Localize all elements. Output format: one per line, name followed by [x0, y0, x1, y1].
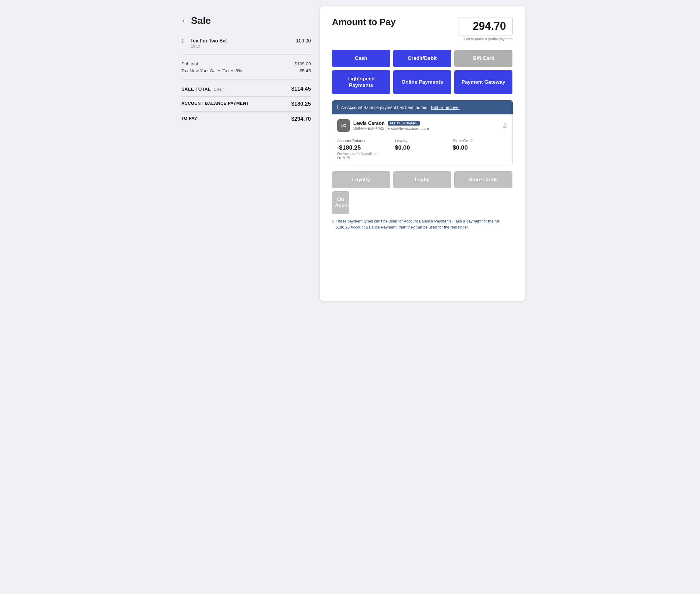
account-balance-value: $180.25: [291, 101, 311, 107]
warning-info-icon: ℹ: [332, 219, 334, 226]
amount-header: Amount to Pay 294.70 Edit to make a part…: [332, 17, 513, 41]
store-credit-fin-label: Store Credit: [453, 138, 508, 143]
customer-card: LC Lewis Carson ALL CUSTOMERS UNNAMED-P7…: [332, 114, 513, 165]
avatar: LC: [337, 119, 350, 132]
subtotal-label: Subtotal: [181, 61, 198, 66]
to-pay-value: $294.70: [291, 116, 311, 122]
line-item-price: 109.00: [296, 38, 311, 44]
loyalty-block: Loyalty $0.00: [395, 138, 450, 160]
store-credit-fin-value: $0.00: [453, 144, 508, 151]
info-icon: ℹ: [337, 104, 339, 110]
account-balance-section: ACCOUNT BALANCE PAYMENT $180.25: [181, 96, 311, 111]
right-panel: Amount to Pay 294.70 Edit to make a part…: [320, 6, 525, 301]
subtotal-value: $109.00: [295, 61, 311, 66]
amount-to-pay-label: Amount to Pay: [332, 17, 396, 27]
page-title: Sale: [191, 15, 211, 26]
sale-total-label: SALE TOTAL 1 item: [181, 87, 225, 92]
on-account-button[interactable]: On Account: [332, 191, 349, 214]
tax-value: $5.45: [300, 68, 311, 73]
amount-box: 294.70 Edit to make a partial payment: [459, 17, 513, 41]
warning-notice: ℹ These payment types can't be used for …: [332, 218, 513, 230]
sale-total-section: SALE TOTAL 1 item $114.45: [181, 81, 311, 96]
divider-1: [181, 55, 311, 55]
line-item-qty: 1: [181, 38, 187, 44]
account-balance-fin-label: Account Balance: [337, 138, 392, 143]
delete-customer-icon[interactable]: 🗑: [502, 123, 508, 129]
gift-card-button[interactable]: Gift Card: [454, 50, 512, 67]
subtotal-row: Subtotal $109.00: [181, 60, 311, 67]
line-item-name: Tea For Two Set: [191, 38, 227, 44]
tax-row: Tax New York Sales Taxes 5% $5.45: [181, 67, 311, 74]
divider-2: [181, 79, 311, 80]
payment-gateway-button[interactable]: Payment Gateway: [454, 70, 512, 94]
back-button[interactable]: ←: [181, 17, 188, 25]
warning-text: These payment types can't be used for Ac…: [336, 218, 513, 230]
customer-financials: Account Balance -$180.25 On Account limi…: [337, 135, 508, 160]
sale-total-items: 1 item: [214, 87, 225, 92]
account-balance-fin-value: -$180.25: [337, 144, 392, 151]
account-balance-label: ACCOUNT BALANCE PAYMENT: [181, 101, 249, 107]
amount-edit-hint: Edit to make a partial payment: [459, 37, 513, 41]
spacer-2: [454, 191, 512, 214]
line-item-variant: Slate: [191, 44, 227, 48]
online-payments-button[interactable]: Online Payments: [393, 70, 451, 94]
customer-left: LC Lewis Carson ALL CUSTOMERS UNNAMED-P7…: [337, 119, 429, 132]
to-pay-section: TO PAY $294.70: [181, 111, 311, 127]
notice-text: An Account Balance payment has been adde…: [341, 105, 429, 110]
layby-button[interactable]: Layby: [393, 171, 451, 188]
summary-rows: Subtotal $109.00 Tax New York Sales Taxe…: [181, 57, 311, 78]
left-panel: ← Sale 1 Tea For Two Set Slate 109.00 Su…: [175, 6, 320, 301]
customer-badge: ALL CUSTOMERS: [388, 121, 420, 126]
customer-info: Lewis Carson ALL CUSTOMERS UNNAMED-P7R5 …: [354, 121, 429, 131]
cash-button[interactable]: Cash: [332, 50, 390, 67]
tax-label: Tax New York Sales Taxes 5%: [181, 68, 242, 73]
spacer-1: [393, 191, 451, 214]
account-balance-fin-sub: On Account limit available: $819.75: [337, 152, 392, 160]
lightspeed-payments-button[interactable]: Lightspeed Payments: [332, 70, 390, 94]
loyalty-button[interactable]: Loyalty: [332, 171, 390, 188]
loyalty-fin-value: $0.00: [395, 144, 450, 151]
customer-meta: UNNAMED-P7R5 | lewis@lewiscarson.com: [354, 126, 429, 131]
payment-grid: Cash Credit/Debit Gift Card Lightspeed P…: [332, 50, 513, 94]
store-credit-button[interactable]: Store Credit: [454, 171, 512, 188]
to-pay-label: TO PAY: [181, 116, 198, 122]
store-credit-block: Store Credit $0.00: [453, 138, 508, 160]
loyalty-fin-label: Loyalty: [395, 138, 450, 143]
sale-total-value: $114.45: [291, 86, 311, 92]
secondary-payment-grid: Loyalty Layby Store Credit: [332, 171, 513, 188]
on-account-row: On Account: [332, 191, 513, 214]
account-balance-block: Account Balance -$180.25 On Account limi…: [337, 138, 392, 160]
customer-name: Lewis Carson: [354, 121, 385, 126]
amount-value[interactable]: 294.70: [459, 17, 513, 36]
credit-debit-button[interactable]: Credit/Debit: [393, 50, 451, 67]
line-item-row: 1 Tea For Two Set Slate 109.00: [181, 35, 311, 53]
notice-link[interactable]: Edit or remove.: [431, 105, 460, 110]
account-balance-notice: ℹ An Account Balance payment has been ad…: [332, 100, 513, 114]
customer-row: LC Lewis Carson ALL CUSTOMERS UNNAMED-P7…: [337, 119, 508, 132]
